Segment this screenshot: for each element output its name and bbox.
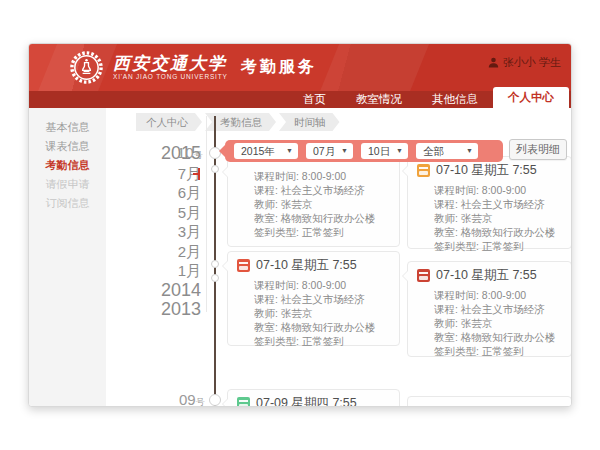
card-field-classroom: 教室: 格物致知行政办公楼: [434, 330, 563, 344]
card-field-course-time: 课程时间: 8:00-9:00: [434, 288, 563, 302]
calendar-icon: [417, 269, 430, 282]
card-pointer: [402, 165, 408, 177]
sidebar: 基本信息 课表信息 考勤信息 请假申请 订阅信息: [29, 108, 106, 407]
nav-tab-home[interactable]: 首页: [288, 91, 341, 108]
timeline-month[interactable]: 2月: [129, 242, 201, 262]
attendance-card[interactable]: 07-10 星期五 7:55 课程时间: 8:00-9:00 课程: 社会主义市…: [227, 251, 400, 346]
user-account[interactable]: 张小小 学生: [488, 55, 561, 70]
breadcrumb-timeline[interactable]: 时间轴: [279, 113, 340, 131]
user-name-role: 张小小 学生: [503, 55, 561, 70]
chevron-down-icon: ▼: [286, 143, 293, 159]
timeline-month[interactable]: 6月: [129, 183, 201, 203]
timeline-year[interactable]: 2013: [129, 300, 201, 320]
nav-tab-classrooms[interactable]: 教室情况: [341, 91, 417, 108]
timeline-year[interactable]: 2014: [129, 281, 201, 301]
card-field-signin-type: 签到类型: 正常签到: [434, 239, 563, 253]
card-date-title: 07-10 星期五 7:55: [436, 267, 537, 284]
day-label-10: 10号: [177, 144, 203, 162]
attendance-card[interactable]: 07-09 星期四 7:55: [227, 389, 400, 407]
card-field-course: 课程: 社会主义市场经济: [254, 183, 391, 197]
attendance-card[interactable]: [407, 396, 572, 407]
card-pointer: [402, 270, 408, 282]
app-header: 西安交通大学 XI'AN JIAO TONG UNIVERSITY 考勤服务 张…: [29, 44, 571, 91]
year-dropdown[interactable]: 2015年 ▼: [234, 143, 298, 159]
sidebar-item-attendance-info[interactable]: 考勤信息: [29, 156, 106, 175]
chevron-down-icon: ▼: [466, 143, 473, 159]
nav-tab-personal-center[interactable]: 个人中心: [493, 87, 569, 108]
card-field-course-time: 课程时间: 8:00-9:00: [254, 169, 391, 183]
nav-tab-other-info[interactable]: 其他信息: [417, 91, 493, 108]
card-field-course: 课程: 社会主义市场经济: [254, 292, 391, 306]
card-date-title: 07-10 星期五 7:55: [256, 257, 357, 274]
card-field-teacher: 教师: 张芸京: [434, 211, 563, 225]
university-logo-icon: [69, 50, 104, 85]
timeline-node: [211, 274, 219, 282]
attendance-card[interactable]: 07-10 星期五 7:55 课程时间: 8:00-9:00 课程: 社会主义市…: [407, 156, 572, 249]
list-detail-button[interactable]: 列表明细: [509, 139, 567, 160]
calendar-icon: [417, 164, 430, 177]
card-pointer: [222, 260, 228, 272]
timeline-month[interactable]: 5月: [129, 203, 201, 223]
university-name-en: XI'AN JIAO TONG UNIVERSITY: [113, 73, 228, 80]
sidebar-item-basic-info[interactable]: 基本信息: [29, 118, 106, 137]
breadcrumb: 个人中心 考勤信息 时间轴: [136, 113, 340, 131]
rail-separator: [206, 116, 207, 312]
day-dropdown[interactable]: 10日 ▼: [361, 143, 408, 159]
card-field-classroom: 教室: 格物致知行政办公楼: [434, 225, 563, 239]
chevron-down-icon: ▼: [396, 143, 403, 159]
card-field-signin-type: 签到类型: 正常签到: [254, 334, 391, 348]
timeline-node: [209, 394, 221, 406]
service-title: 考勤服务: [241, 57, 317, 78]
app-window: 西安交通大学 XI'AN JIAO TONG UNIVERSITY 考勤服务 张…: [28, 43, 572, 407]
card-date-title: 07-10 星期五 7:55: [436, 162, 537, 179]
card-field-teacher: 教师: 张芸京: [254, 197, 391, 211]
card-pointer: [222, 398, 228, 407]
timeline-month[interactable]: 1月: [129, 261, 201, 281]
attendance-card[interactable]: 07-10 星期五 7:55 课程时间: 8:00-9:00 课程: 社会主义市…: [407, 261, 572, 357]
calendar-icon: [237, 397, 250, 407]
card-pointer: [222, 166, 228, 178]
card-field-course-time: 课程时间: 8:00-9:00: [254, 278, 391, 292]
card-header: 07-10 星期五 7:55: [408, 262, 571, 286]
card-field-teacher: 教师: 张芸京: [254, 306, 391, 320]
card-field-course-time: 课程时间: 8:00-9:00: [434, 183, 563, 197]
sidebar-item-schedule-info[interactable]: 课表信息: [29, 137, 106, 156]
card-field-classroom: 教室: 格物致知行政办公楼: [254, 320, 391, 334]
timeline-month[interactable]: 3月: [129, 222, 201, 242]
breadcrumb-personal-center[interactable]: 个人中心: [136, 113, 202, 131]
month-dropdown[interactable]: 07月 ▼: [306, 143, 353, 159]
card-field-signin-type: 签到类型: 正常签到: [254, 225, 391, 239]
card-field-course: 课程: 社会主义市场经济: [434, 197, 563, 211]
card-field-classroom: 教室: 格物致知行政办公楼: [254, 211, 391, 225]
timeline-node: [211, 260, 219, 268]
chevron-down-icon: ▼: [341, 143, 348, 159]
card-header: 07-10 星期五 7:55: [228, 252, 399, 276]
card-field-course: 课程: 社会主义市场经济: [434, 302, 563, 316]
sidebar-item-leave-request[interactable]: 请假申请: [29, 175, 106, 194]
type-dropdown[interactable]: 全部 ▼: [416, 143, 478, 159]
day-label-09: 09号: [179, 391, 205, 407]
card-header: 07-09 星期四 7:55: [228, 390, 399, 407]
current-month-marker: [198, 168, 200, 180]
user-icon: [488, 57, 499, 68]
sidebar-item-subscription-info[interactable]: 订阅信息: [29, 194, 106, 213]
card-date-title: 07-09 星期四 7:55: [256, 395, 357, 407]
university-name-cn: 西安交通大学: [113, 52, 227, 75]
calendar-icon: [237, 259, 250, 272]
timeline-node: [211, 165, 219, 173]
date-filter-bar: 2015年 ▼ 07月 ▼ 10日 ▼ 全部 ▼: [225, 140, 503, 162]
card-field-signin-type: 签到类型: 正常签到: [434, 344, 563, 358]
timeline-year-month-list: 2015 7月 6月 5月 3月 2月 1月 2014 2013: [129, 144, 201, 320]
card-field-teacher: 教师: 张芸京: [434, 316, 563, 330]
main-nav: 首页 教室情况 其他信息 个人中心: [29, 91, 571, 108]
timeline-month[interactable]: 7月: [129, 164, 201, 184]
